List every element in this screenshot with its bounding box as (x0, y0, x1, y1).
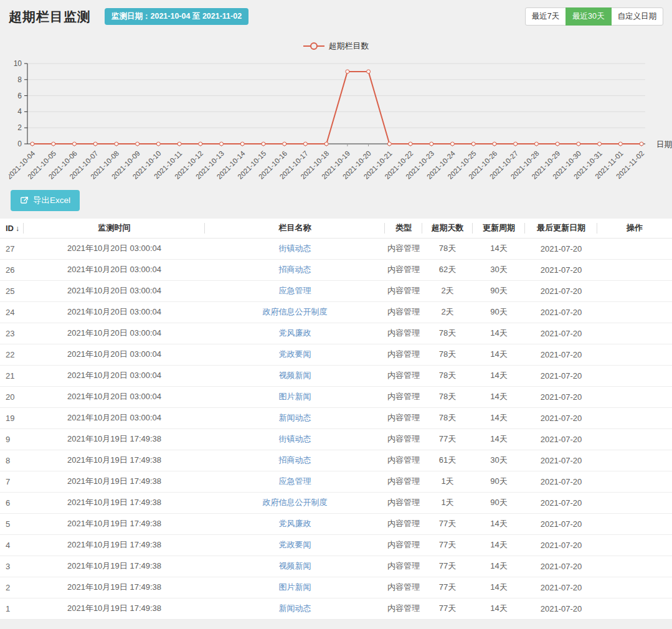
column-header-label: 监测时间 (98, 223, 131, 232)
y-tick-label: 8 (17, 75, 22, 84)
range-button-1[interactable]: 最近30天 (566, 7, 611, 26)
column-name-link[interactable]: 视频新闻 (279, 561, 311, 570)
cell-type: 内容管理 (385, 513, 422, 534)
data-point-marker[interactable] (618, 142, 622, 146)
cell-time: 2021年10月20日 03:00:04 (24, 280, 205, 301)
table-row: 32021年10月19日 17:49:38视频新闻内容管理77天14天2021-… (0, 556, 672, 577)
legend-line-marker-icon (303, 42, 324, 50)
cell-name: 政府信息公开制度 (205, 492, 385, 513)
column-name-link[interactable]: 应急管理 (279, 286, 311, 295)
column-header-label: 类型 (395, 223, 412, 232)
date-range-button-group: 最近7天最近30天自定义日期 (525, 7, 663, 26)
column-name-link[interactable]: 新闻动态 (279, 413, 311, 422)
data-point-marker[interactable] (283, 142, 286, 146)
cell-type: 内容管理 (385, 280, 422, 301)
table-row: 202021年10月20日 03:00:04图片新闻内容管理78天14天2021… (0, 386, 672, 407)
cell-updated: 2021-07-20 (525, 598, 597, 619)
cell-overdue: 77天 (422, 556, 473, 577)
data-point-marker[interactable] (240, 142, 244, 146)
cell-overdue: 77天 (422, 577, 473, 598)
sort-desc-icon[interactable]: ↓ (16, 224, 19, 233)
data-point-marker[interactable] (31, 142, 34, 146)
data-point-marker[interactable] (93, 142, 97, 146)
cell-time: 2021年10月19日 17:49:38 (24, 428, 205, 450)
page-header: 超期栏目监测 监测日期：2021-10-04 至 2021-11-02 最近7天… (9, 7, 663, 26)
cell-updated: 2021-07-20 (525, 534, 597, 556)
cell-time: 2021年10月20日 03:00:04 (24, 344, 205, 365)
column-name-link[interactable]: 街镇动态 (279, 244, 311, 253)
data-point-marker[interactable] (220, 142, 224, 146)
cell-time: 2021年10月20日 03:00:04 (24, 386, 205, 407)
cell-action (597, 344, 672, 365)
data-point-marker[interactable] (346, 70, 349, 73)
cell-time: 2021年10月19日 17:49:38 (24, 471, 205, 492)
cell-updated: 2021-07-20 (525, 386, 597, 407)
cell-name: 图片新闻 (205, 577, 385, 598)
cell-cycle: 90天 (473, 301, 525, 323)
data-point-marker[interactable] (156, 142, 160, 146)
column-header-type: 类型 (385, 219, 422, 238)
column-name-link[interactable]: 招商动态 (279, 455, 311, 465)
column-name-link[interactable]: 图片新闻 (279, 392, 311, 401)
column-name-link[interactable]: 党风廉政 (279, 519, 311, 528)
range-button-2[interactable]: 自定义日期 (611, 7, 664, 26)
data-point-marker[interactable] (577, 142, 580, 146)
range-button-0[interactable]: 最近7天 (525, 7, 566, 26)
cell-name: 图片新闻 (205, 386, 385, 407)
cell-overdue: 2天 (422, 280, 473, 301)
data-point-marker[interactable] (303, 142, 307, 146)
data-point-marker[interactable] (514, 142, 518, 146)
data-point-marker[interactable] (52, 142, 55, 146)
cell-updated: 2021-07-20 (525, 238, 597, 259)
cell-name: 党风廉政 (205, 513, 385, 534)
cell-action (597, 407, 672, 428)
cell-cycle: 14天 (473, 577, 525, 598)
data-point-marker[interactable] (115, 142, 118, 146)
legend-label: 超期栏目数 (329, 40, 369, 52)
data-point-marker[interactable] (556, 142, 559, 146)
export-excel-button[interactable]: 导出Excel (11, 190, 80, 211)
column-name-link[interactable]: 招商动态 (279, 265, 311, 274)
column-header-id[interactable]: ID↓ (0, 219, 24, 238)
column-name-link[interactable]: 党政要闻 (279, 540, 311, 549)
column-name-link[interactable]: 应急管理 (279, 476, 311, 486)
data-point-marker[interactable] (177, 142, 181, 146)
cell-action (597, 259, 672, 280)
column-name-link[interactable]: 政府信息公开制度 (263, 498, 328, 507)
data-point-marker[interactable] (598, 142, 602, 146)
cell-action (597, 513, 672, 534)
legend-item-overdue-count[interactable]: 超期栏目数 (303, 40, 369, 52)
data-point-marker[interactable] (409, 142, 412, 146)
data-point-marker[interactable] (387, 142, 391, 146)
column-name-link[interactable]: 街镇动态 (279, 434, 311, 443)
y-tick-label: 0 (17, 140, 22, 148)
cell-action (597, 556, 672, 577)
data-point-marker[interactable] (471, 142, 475, 146)
cell-id: 22 (0, 344, 24, 365)
data-point-marker[interactable] (450, 142, 454, 146)
cell-action (597, 598, 672, 619)
column-name-link[interactable]: 图片新闻 (279, 582, 311, 592)
data-point-marker[interactable] (430, 142, 433, 146)
column-header-label: 操作 (627, 223, 643, 232)
data-point-marker[interactable] (72, 142, 76, 146)
column-name-link[interactable]: 政府信息公开制度 (263, 307, 328, 316)
cell-action (597, 365, 672, 386)
cell-id: 20 (0, 386, 24, 407)
column-name-link[interactable]: 新闻动态 (279, 603, 311, 613)
data-point-marker[interactable] (640, 142, 643, 146)
data-point-marker[interactable] (493, 142, 496, 146)
data-point-marker[interactable] (367, 70, 371, 73)
table-header-row: ID↓监测时间栏目名称类型超期天数更新周期最后更新日期操作 (0, 219, 672, 238)
cell-overdue: 78天 (422, 323, 473, 344)
data-point-marker[interactable] (262, 142, 265, 146)
column-name-link[interactable]: 党风廉政 (279, 328, 311, 338)
column-name-link[interactable]: 党政要闻 (279, 349, 311, 359)
column-name-link[interactable]: 视频新闻 (279, 371, 311, 380)
data-point-marker[interactable] (199, 142, 202, 146)
cell-type: 内容管理 (385, 301, 422, 323)
data-point-marker[interactable] (534, 142, 538, 146)
data-point-marker[interactable] (136, 142, 140, 146)
table-row: 92021年10月19日 17:49:38街镇动态内容管理77天14天2021-… (0, 428, 672, 450)
data-point-marker[interactable] (324, 142, 328, 146)
